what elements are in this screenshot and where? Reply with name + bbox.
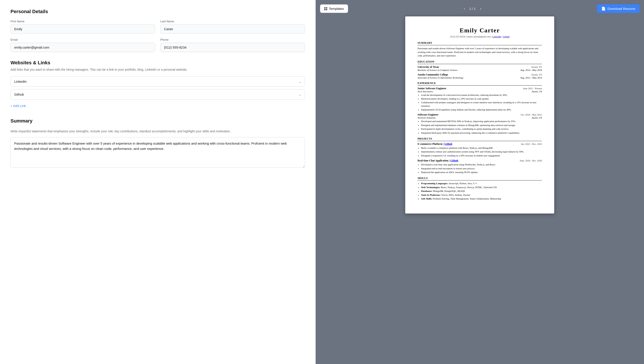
edu1-dates: Aug. 2014 - May 2018 (520, 69, 542, 71)
templates-button[interactable]: Templates (320, 4, 348, 13)
last-name-input[interactable] (160, 24, 305, 34)
last-name-label: Last Name (160, 20, 305, 23)
exp2-dates: Oct. 2018 - May 2021 (521, 113, 542, 116)
edu2-degree: Associate of Science in Information Tech… (417, 76, 463, 79)
edu1-institution: University of Texas (417, 66, 439, 69)
first-name-label: First Name (11, 20, 155, 23)
right-toolbar: Templates ‹ 1 / 1 › 📄 Download Resume (320, 4, 639, 13)
resume-education-title: EDUCATION (417, 60, 542, 64)
education-entry-2: Austin Community College Austin, TX Asso… (417, 73, 542, 79)
skill-programming: Programming Languages: Javascript, Pytho… (421, 182, 542, 185)
last-name-group: Last Name (160, 20, 305, 34)
project-entry-1: E-commerce Platform | Github Jan. 2022 -… (417, 142, 542, 157)
add-link-button[interactable]: + Add Link (11, 102, 26, 110)
skill-tools: Tools & Platforms: Vercel, AWS, Jenkins,… (421, 194, 542, 197)
experience-entry-1: Senior Software Engineer June 2021 - Pre… (417, 87, 542, 112)
edu2-institution: Austin Community College (417, 73, 448, 76)
proj1-bullet-1: Built a scalable e-commerce platform wit… (421, 146, 542, 150)
proj1-dates: Jan. 2022 - Dec. 2022 (521, 142, 542, 145)
exp2-company: NextGen Solutions (417, 116, 436, 119)
add-link-label: + Add Link (11, 104, 26, 108)
exp2-bullet-3: Participated in Agile development cycles… (421, 127, 542, 130)
resume-projects-section: PROJECTS E-commerce Platform | Github Ja… (417, 137, 542, 174)
proj2-bullet-1: Developed a real-time chat application u… (421, 163, 542, 166)
github-label: Github (14, 92, 24, 96)
proj2-bullet-2: Integrated end-to-end encryption to ensu… (421, 167, 542, 170)
summary-section: Summary Write impactful statements that … (11, 118, 305, 169)
github-link[interactable]: Github (503, 35, 510, 38)
resume-contact: (512) 555-8234 | emily.carter@gmail.com … (417, 35, 542, 38)
resume-experience-title: EXPERIENCE (417, 82, 542, 86)
next-page-button[interactable]: › (478, 6, 483, 12)
edu2-dates: Aug. 2012 - May 2014 (520, 76, 542, 79)
exp2-bullet-4: Integrated third-party APIs for payment … (421, 131, 542, 134)
exp1-bullet-3: Collaborated with product managers and d… (421, 101, 542, 108)
templates-label: Templates (329, 7, 344, 10)
proj1-bullets: Built a scalable e-commerce platform wit… (417, 146, 542, 157)
exp2-title: Software Engineer (417, 113, 438, 116)
resume-projects-title: PROJECTS (417, 137, 542, 141)
websites-title: Websites & Links (11, 60, 305, 66)
proj2-link[interactable]: Github (450, 159, 459, 162)
resume-summary-text: Passionate and results-driven Software E… (417, 46, 542, 58)
exp2-bullet-2: Designed and implemented database schema… (421, 124, 542, 127)
email-label: Email (11, 38, 155, 41)
phone-label: Phone (160, 38, 305, 41)
name-row: First Name Last Name (11, 20, 305, 34)
exp1-bullet-4: Implemented CI/CD pipelines using Jenkin… (421, 108, 542, 111)
proj1-title: E-commerce Platform | Github (417, 142, 452, 146)
phone-group: Phone (160, 38, 305, 52)
first-name-input[interactable] (11, 24, 155, 34)
grid-icon (324, 7, 327, 10)
linkedin-link[interactable]: LinkedIn (492, 35, 501, 38)
skill-web: Web Technologies: React, Node.js, Expres… (421, 186, 542, 189)
proj2-bullets: Developed a real-time chat application u… (417, 163, 542, 174)
prev-page-button[interactable]: ‹ (462, 6, 467, 12)
exp1-location: Austin, TX (532, 90, 542, 93)
page-navigation: ‹ 1 / 1 › (462, 6, 483, 12)
exp1-dates: June 2021 - Present (523, 87, 542, 90)
resume-skills-title: SKILLS (417, 176, 542, 180)
skills-list: Programming Languages: Javascript, Pytho… (417, 182, 542, 200)
proj1-bullet-2: Implemented a robust user authentication… (421, 150, 542, 153)
edu2-location: Austin, TX (531, 73, 542, 76)
page-indicator: 1 / 1 (469, 7, 476, 10)
linkedin-chevron-icon: ⌄ (299, 80, 301, 83)
exp1-bullet-1: Lead the development of a microservices-… (421, 94, 542, 97)
resume-summary-title: SUMMARY (417, 41, 542, 45)
skill-soft: Soft Skills: Problem Solving, Time Manag… (421, 197, 542, 200)
right-panel: Templates ‹ 1 / 1 › 📄 Download Resume Em… (316, 0, 644, 364)
exp1-company: Tech Innovators (417, 90, 433, 93)
project-entry-2: Real-time Chat Application | Github Sept… (417, 159, 542, 174)
summary-textarea[interactable] (11, 137, 305, 168)
summary-title: Summary (11, 118, 305, 124)
phone-input[interactable] (160, 43, 305, 52)
document-icon: 📄 (601, 6, 606, 11)
websites-description: Add links that you want to share with th… (11, 68, 305, 72)
email-input[interactable] (11, 43, 155, 52)
proj2-dates: Sept. 2020 - Dec. 2020 (520, 159, 542, 162)
experience-entry-2: Software Engineer Oct. 2018 - May 2021 N… (417, 113, 542, 134)
left-panel: Personal Details First Name Last Name Em… (0, 0, 316, 364)
resume-summary-section: SUMMARY Passionate and results-driven So… (417, 41, 542, 58)
proj2-title: Real-time Chat Application | Github (417, 159, 458, 162)
websites-section: Websites & Links Add links that you want… (11, 60, 305, 110)
skill-databases: Databases: MongoDB, PostgreSQL, MySQL (421, 190, 542, 193)
proj1-link[interactable]: Github (444, 142, 452, 146)
personal-details-title: Personal Details (11, 9, 305, 14)
resume-education-section: EDUCATION University of Texas Austin, TX… (417, 60, 542, 79)
exp1-bullet-2: Mentored junior developers, leading to a… (421, 97, 542, 100)
first-name-group: First Name (11, 20, 155, 34)
linkedin-label: LinkedIn (14, 80, 27, 83)
education-entry-1: University of Texas Austin, TX Bachelor … (417, 66, 542, 71)
github-dropdown[interactable]: Github ⌄ (11, 89, 305, 100)
exp2-location: Austin, TX (532, 116, 542, 119)
exp1-bullets: Lead the development of a microservices-… (417, 94, 542, 112)
exp2-bullet-1: Developed and maintained RESTful APIs in… (421, 120, 542, 123)
linkedin-dropdown[interactable]: LinkedIn ⌄ (11, 76, 305, 86)
proj1-bullet-3: Designed a responsive UI, resulting in a… (421, 154, 542, 157)
resume-skills-section: SKILLS Programming Languages: Javascript… (417, 176, 542, 200)
download-resume-button[interactable]: 📄 Download Resume (597, 4, 639, 13)
resume-experience-section: EXPERIENCE Senior Software Engineer June… (417, 82, 542, 135)
github-chevron-icon: ⌄ (299, 93, 301, 96)
